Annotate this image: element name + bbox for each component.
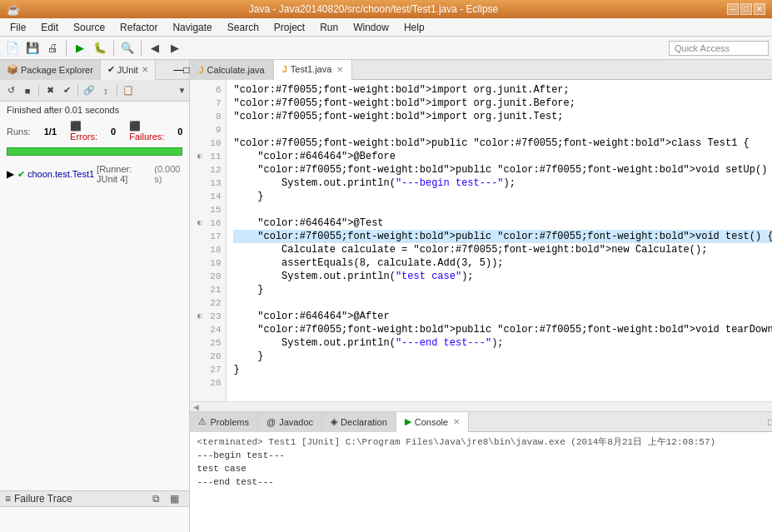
menu-item-source[interactable]: Source xyxy=(67,20,112,35)
code-line-17: "color:#7f0055;font-weight:bold">public … xyxy=(233,230,772,243)
test1-tab-close[interactable]: ✕ xyxy=(336,65,343,74)
code-line-6: "color:#7f0055;font-weight:bold">import … xyxy=(233,83,772,97)
maximize-button[interactable]: □ xyxy=(740,3,752,15)
line-number-27: 27 xyxy=(195,363,221,376)
tab-declaration-label: Declaration xyxy=(341,417,387,427)
trace-copy-button[interactable]: ⧉ xyxy=(149,493,162,505)
console-tab-close[interactable]: ✕ xyxy=(453,417,460,426)
forward-button[interactable]: ▶ xyxy=(166,39,184,57)
minimize-panel-button[interactable]: — xyxy=(173,64,183,76)
line-number-14: 14 xyxy=(195,190,221,203)
separator-3 xyxy=(141,41,142,56)
console-output-line-2: ---end test--- xyxy=(197,475,772,489)
failure-trace-label: Failure Trace xyxy=(14,493,72,505)
console-output-line-1: test case xyxy=(197,462,772,475)
failure-trace-panel: ≡ Failure Trace ⧉ ▦ xyxy=(0,490,189,532)
junit-tree-node[interactable]: ▶ ✔ choon.test.Test1 [Runner: JUnit 4] (… xyxy=(3,162,186,186)
line-number-21: 21 xyxy=(195,283,221,296)
junit-scroll-button[interactable]: ↕ xyxy=(98,83,113,98)
window-controls[interactable]: ─ □ ✕ xyxy=(727,3,765,15)
junit-counts: Runs: 1/1 ⬛ Errors: 0 ⬛ Failures: 0 xyxy=(0,118,189,144)
tab-problems[interactable]: ⚠ Problems xyxy=(190,412,257,432)
bottom-tabs: ⚠ Problems @ Javadoc ◈ Declaration ▶ Con… xyxy=(190,412,772,432)
junit-rerun-button[interactable]: ↺ xyxy=(3,83,18,98)
junit-test-tree: ▶ ✔ choon.test.Test1 [Runner: JUnit 4] (… xyxy=(0,159,189,490)
code-line-24: "color:#7f0055;font-weight:bold">public … xyxy=(233,323,772,336)
junit-show-passed-button[interactable]: ✔ xyxy=(59,83,74,98)
junit-linked-button[interactable]: 🔗 xyxy=(82,83,97,98)
line-number-16: ◐16 xyxy=(195,216,221,230)
line-number-22: 22 xyxy=(195,296,221,310)
bottom-panel: ⚠ Problems @ Javadoc ◈ Declaration ▶ Con… xyxy=(190,411,772,532)
maximize-panel-button[interactable]: □ xyxy=(183,64,189,76)
menu-item-help[interactable]: Help xyxy=(397,20,431,35)
run-button[interactable]: ▶ xyxy=(71,39,89,57)
tab-package-explorer[interactable]: 📦 Package Explorer xyxy=(0,60,101,80)
code-line-16: "color:#646464">@Test xyxy=(233,216,772,230)
menu-item-refactor[interactable]: Refactor xyxy=(113,20,164,35)
runs-value: 1/1 xyxy=(44,127,57,137)
junit-stop-button[interactable]: ■ xyxy=(20,83,35,98)
failures-label: ⬛ Failures: xyxy=(129,121,164,142)
junit-status-text: Finished after 0.01 seconds xyxy=(7,105,119,115)
search-button[interactable]: 🔍 xyxy=(118,39,137,57)
junit-sep-2 xyxy=(77,85,78,97)
code-line-23: "color:#646464">@After xyxy=(233,310,772,323)
debug-button[interactable]: 🐛 xyxy=(91,39,109,57)
menu-item-project[interactable]: Project xyxy=(267,20,311,35)
quick-access-input[interactable]: Quick Access xyxy=(669,41,769,56)
code-line-8: "color:#7f0055;font-weight:bold">import … xyxy=(233,110,772,123)
left-panel: 📦 Package Explorer ✔ JUnit ✕ — □ ↺ ■ ✖ ✔… xyxy=(0,60,190,532)
tab-package-explorer-label: Package Explorer xyxy=(21,65,93,75)
menu-item-search[interactable]: Search xyxy=(221,20,266,35)
code-content[interactable]: "color:#7f0055;font-weight:bold">import … xyxy=(227,80,772,401)
menu-item-run[interactable]: Run xyxy=(313,20,345,35)
tab-javadoc-label: Javadoc xyxy=(279,417,313,427)
print-button[interactable]: 🖨 xyxy=(43,39,62,57)
minimize-button[interactable]: ─ xyxy=(727,3,739,15)
menu-item-file[interactable]: File xyxy=(3,20,32,35)
line-number-11: ◐11 xyxy=(195,150,221,163)
tab-javadoc[interactable]: @ Javadoc xyxy=(258,412,322,432)
back-button[interactable]: ◀ xyxy=(146,39,164,57)
junit-icon: ✔ xyxy=(107,64,115,75)
line-number-7: 7 xyxy=(195,97,221,110)
menu-item-window[interactable]: Window xyxy=(346,20,396,35)
scroll-left-btn[interactable]: ◀ xyxy=(193,403,199,411)
line-number-12: 12 xyxy=(195,163,221,177)
tab-test1[interactable]: J Test1.java ✕ xyxy=(274,60,353,80)
code-line-15 xyxy=(233,203,772,216)
junit-history-button[interactable]: 📋 xyxy=(121,83,136,98)
tab-console[interactable]: ▶ Console ✕ xyxy=(396,412,469,432)
tab-calculate[interactable]: J Calculate.java xyxy=(190,60,273,80)
toolbar: 📄 💾 🖨 ▶ 🐛 🔍 ◀ ▶ Quick Access xyxy=(0,37,772,60)
trace-filter-button[interactable]: ▦ xyxy=(167,493,181,505)
console-clear-button[interactable]: □ xyxy=(764,415,772,429)
line-number-23: ◐23 xyxy=(195,310,221,323)
errors-value: 0 xyxy=(111,127,116,137)
line-number-28: 28 xyxy=(195,376,221,390)
save-button[interactable]: 💾 xyxy=(23,39,42,57)
junit-menu-chevron[interactable]: ▼ xyxy=(178,86,187,95)
junit-toolbar: ↺ ■ ✖ ✔ 🔗 ↕ 📋 ▼ xyxy=(0,80,189,102)
window-title: Java - Java20140820/src/choon/test/Test1… xyxy=(20,3,727,15)
horizontal-scrollbar[interactable]: ◀ ▶ xyxy=(190,401,772,411)
junit-tab-close[interactable]: ✕ xyxy=(142,65,148,74)
junit-show-errors-button[interactable]: ✖ xyxy=(42,83,57,98)
junit-sep-1 xyxy=(38,85,39,97)
javadoc-icon: @ xyxy=(266,417,276,427)
menu-item-edit[interactable]: Edit xyxy=(34,20,65,35)
line-number-25: 25 xyxy=(195,336,221,350)
code-line-21: } xyxy=(233,283,772,296)
code-line-14: } xyxy=(233,190,772,203)
tab-declaration[interactable]: ◈ Declaration xyxy=(322,412,396,432)
line-number-10: 10 xyxy=(195,137,221,150)
main-layout: 📦 Package Explorer ✔ JUnit ✕ — □ ↺ ■ ✖ ✔… xyxy=(0,60,772,532)
menu-item-navigate[interactable]: Navigate xyxy=(166,20,218,35)
new-button[interactable]: 📄 xyxy=(3,39,22,57)
test-time: (0.000 s) xyxy=(154,164,182,184)
code-line-28 xyxy=(233,376,772,390)
tab-test1-label: Test1.java xyxy=(291,64,332,74)
tab-junit[interactable]: ✔ JUnit ✕ xyxy=(101,60,156,80)
close-button[interactable]: ✕ xyxy=(754,3,765,15)
